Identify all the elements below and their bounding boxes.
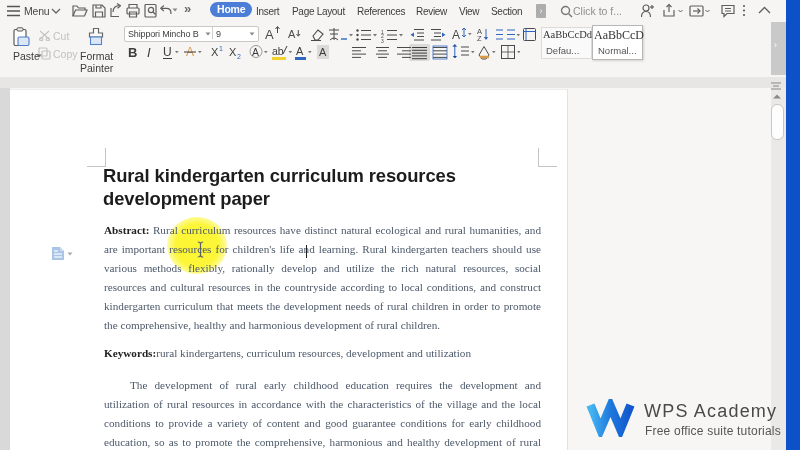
svg-text:A: A bbox=[265, 27, 274, 42]
svg-text:3: 3 bbox=[381, 38, 384, 44]
svg-text:I: I bbox=[147, 45, 151, 60]
svg-text:Z: Z bbox=[477, 34, 482, 43]
svg-text:B: B bbox=[128, 45, 137, 60]
svg-text:A: A bbox=[319, 46, 327, 58]
svg-text:A: A bbox=[296, 45, 304, 57]
svg-text:X: X bbox=[229, 46, 237, 58]
svg-text:X: X bbox=[211, 46, 219, 58]
svg-text:A: A bbox=[452, 28, 460, 42]
svg-text:1: 1 bbox=[219, 45, 223, 52]
svg-text:A: A bbox=[252, 46, 259, 58]
svg-text:A: A bbox=[288, 28, 296, 40]
svg-text:U: U bbox=[163, 45, 172, 59]
svg-text:2: 2 bbox=[237, 53, 241, 60]
svg-text:ab: ab bbox=[272, 45, 284, 57]
